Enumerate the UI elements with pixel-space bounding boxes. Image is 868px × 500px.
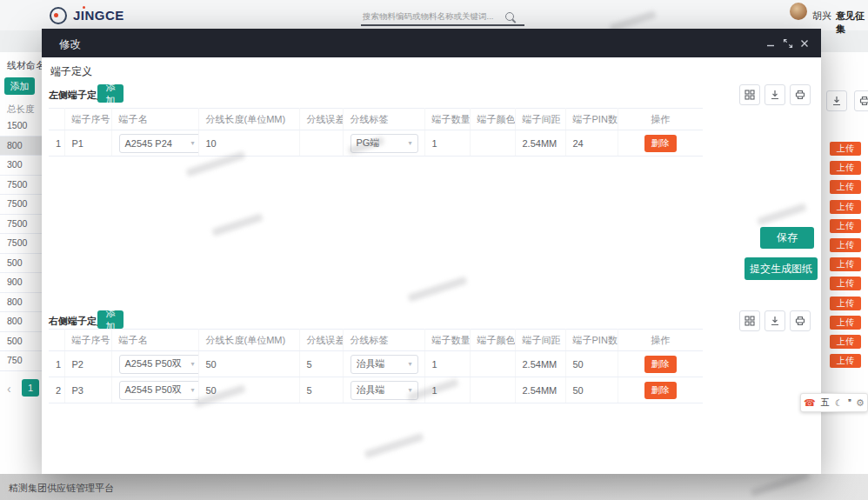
download-icon[interactable] [765,310,785,331]
upload-button[interactable]: 上传 [830,335,861,349]
column-header: 端子数量 [424,109,470,130]
seq-cell: P3 [64,377,111,403]
select-value: A2545 P50双 [125,357,182,370]
select-value: 治具端 [357,357,385,370]
maximize-icon[interactable] [783,38,793,49]
tolerance-cell: 5 [299,377,343,403]
action-cell: 删除 [618,130,703,157]
add-wire-button[interactable]: 添加 [4,77,35,95]
column-settings-icon[interactable] [739,84,760,105]
length-cell[interactable]: 800 [0,137,42,157]
length-cell[interactable]: 1500 [0,117,42,137]
close-icon[interactable] [799,38,810,49]
watermark-smudge [211,213,264,237]
modal-body: 端子定义 左侧端子定义 添加 端子序号端子名分线长度(单位MM)分线误差分线标签… [42,57,821,474]
column-header: 端子名 [111,330,198,351]
length-cell[interactable]: 900 [0,273,42,293]
footer-bar: 精测集团供应链管理平台 [0,474,868,500]
left-table-toolbar [739,84,811,105]
column-settings-icon[interactable] [739,310,760,331]
right-table-toolbar [739,310,811,331]
pagination-prev-icon[interactable]: ‹ [7,382,11,396]
index-cell: 1 [49,130,64,157]
length-cell: 10 [198,130,299,157]
logo-accent-dot [83,6,85,9]
terminal-name-select[interactable]: A2545 P50双▾ [119,355,199,374]
column-header: 端子序号 [64,109,111,130]
length-cell[interactable]: 300 [0,156,42,176]
length-cell[interactable]: 500 [0,332,42,352]
print-icon[interactable] [790,310,811,331]
upload-button[interactable]: 上传 [830,180,861,194]
search-input[interactable]: 搜索物料编码或物料名称或关键词... [363,11,493,23]
delete-button[interactable]: 删除 [644,382,677,399]
upload-button[interactable]: 上传 [830,257,861,271]
length-cell[interactable]: 750 [0,351,42,371]
add-right-terminal-button[interactable]: 添加 [97,310,124,329]
platform-title: 精测集团供应链管理平台 [9,482,114,495]
upload-button[interactable]: 上传 [830,219,861,233]
total-length-column-header: 总长度 [7,103,35,116]
column-header: 分线误差 [299,109,343,130]
phone-icon[interactable]: ☎ [804,397,816,409]
avatar[interactable] [790,3,807,20]
delete-button[interactable]: 删除 [644,356,677,373]
minimize-icon[interactable] [765,38,776,49]
download-icon[interactable] [826,90,847,111]
submit-generate-drawing-button[interactable]: 提交生成图纸 [744,257,818,280]
quote-icon[interactable]: ’’ [848,398,851,408]
upload-button[interactable]: 上传 [830,277,861,290]
upload-button[interactable]: 上传 [830,297,861,310]
download-icon[interactable] [765,84,785,105]
name-cell: A2545 P24▾ [111,130,198,157]
pagination-page-1[interactable]: 1 [22,379,39,397]
terminal-name-select[interactable]: A2545 P24▾ [119,134,199,153]
upload-button[interactable]: 上传 [830,142,861,156]
save-button[interactable]: 保存 [760,227,814,249]
print-icon[interactable] [790,84,811,105]
pitch-cell: 2.54MM [515,351,565,377]
length-cell[interactable]: 800 [0,312,42,332]
username-label[interactable]: 胡兴 [812,10,831,23]
select-value: A2545 P50双 [125,383,182,397]
length-cell[interactable]: 7500 [0,176,42,196]
logo-text: JINGCE [73,8,124,23]
upload-button[interactable]: 上传 [830,316,861,330]
column-header: 端子PIN数 [565,330,618,351]
chevron-down-icon: ▾ [190,139,194,147]
feedback-link[interactable]: 意见征集 [836,10,868,36]
add-left-terminal-button[interactable]: 添加 [97,84,124,103]
length-cell[interactable]: 7500 [0,234,42,254]
length-cell[interactable]: 7500 [0,195,42,215]
modal-dialog: 修改 端子定义 左侧端子定义 添加 [42,29,821,474]
terminal-name-select[interactable]: A2545 P50双▾ [119,381,199,400]
column-header: 分线标签 [343,109,424,130]
action-cell: 删除 [618,351,703,377]
app-root: JINGCE 搜索物料编码或物料名称或关键词... 胡兴 意见征集 线材命名 添… [0,0,868,500]
search-icon[interactable] [505,12,514,21]
upload-button[interactable]: 上传 [830,161,861,175]
qty-cell: 1 [424,351,470,377]
moon-icon[interactable]: ☾ [835,398,843,408]
table-row: 2P3A2545 P50双▾505治具端▾12.54MM50删除 [49,377,703,403]
terminal-definition-heading: 端子定义 [50,64,92,79]
select-value: A2545 P24 [125,138,172,149]
wire-naming-header: 线材命名 [7,59,45,72]
right-terminal-table: 端子序号端子名分线长度(单位MM)分线误差分线标签端子数量端子颜色端子间距端子P… [49,329,703,403]
print-icon[interactable] [854,90,868,111]
chevron-down-icon: ▾ [190,360,194,368]
pitch-cell: 2.54MM [515,130,565,157]
hanzi-tool-icon[interactable]: 五 [821,397,830,409]
upload-button[interactable]: 上传 [830,200,861,214]
modal-header: 修改 [42,29,821,57]
length-cell[interactable]: 800 [0,293,42,313]
upload-button[interactable]: 上传 [830,238,861,252]
qty-cell: 1 [424,130,470,157]
delete-button[interactable]: 删除 [644,135,677,152]
length-cell[interactable]: 7500 [0,215,42,235]
length-cell[interactable]: 500 [0,254,42,274]
column-header: 端子颜色 [470,330,515,351]
upload-button[interactable]: 上传 [830,354,861,368]
branch-label-select[interactable]: 治具端▾ [351,355,418,374]
gear-icon[interactable]: ⚙ [856,397,865,409]
